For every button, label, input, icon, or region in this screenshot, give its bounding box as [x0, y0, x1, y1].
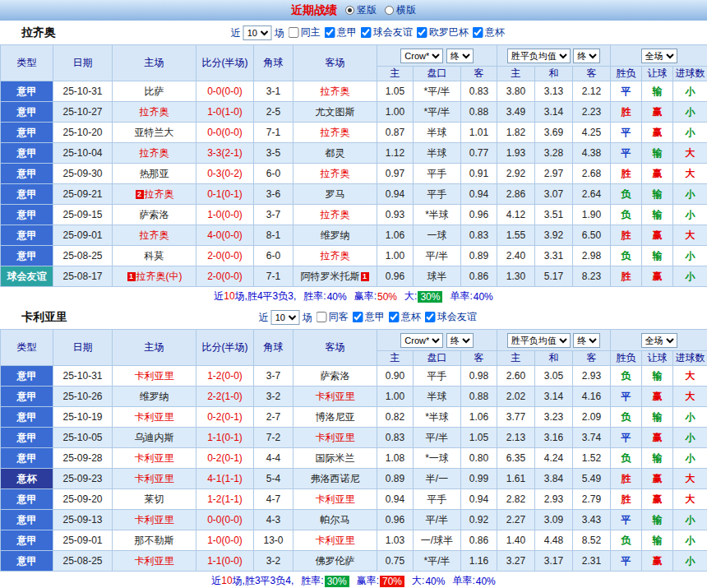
team-link[interactable]: 拉齐奥 — [140, 106, 169, 118]
team-link[interactable]: 卡利亚里 — [135, 555, 174, 567]
checkbox-input[interactable] — [473, 27, 483, 38]
recent-count-select[interactable]: 10 — [271, 310, 300, 325]
match-score: 4-0(0-0) — [196, 225, 254, 246]
filter-checkbox-同客[interactable]: 同客 — [317, 310, 349, 324]
team-link[interactable]: 拉齐奥 — [321, 209, 350, 220]
team-link[interactable]: 罗马 — [326, 188, 345, 200]
goals-result-cell: 大 — [673, 469, 707, 489]
subcol-mean-away: 客 — [573, 67, 611, 81]
team-link[interactable]: 热那亚 — [140, 168, 169, 179]
team-link[interactable]: 卡利亚里 — [135, 370, 174, 382]
team-link[interactable]: 卡利亚里 — [316, 535, 355, 546]
team-link[interactable]: 科莫 — [145, 250, 164, 262]
mean-final-select[interactable]: 终 — [573, 333, 600, 348]
filter-checkbox-意杯[interactable]: 意杯 — [473, 25, 505, 39]
team-link[interactable]: 维罗纳 — [140, 391, 169, 402]
away-team-cell: 阿特罗米托斯1 — [293, 266, 377, 287]
checkbox-input[interactable] — [417, 27, 427, 38]
filter-checkbox-球会友谊[interactable]: 球会友谊 — [425, 310, 477, 324]
odds-company-select[interactable]: Crow* — [400, 333, 443, 348]
team-link[interactable]: 阿特罗米托斯 — [301, 271, 360, 282]
filter-checkbox-意杯[interactable]: 意杯 — [389, 310, 421, 324]
team-link[interactable]: 卡利亚里 — [316, 391, 355, 402]
team-link[interactable]: 卡利亚里 — [316, 432, 355, 443]
checkbox-input[interactable] — [425, 312, 436, 322]
checkbox-label: 欧罗巴杯 — [429, 25, 469, 39]
team-link[interactable]: 卡利亚里 — [135, 514, 174, 525]
away-team-cell: 佛罗伦萨 — [293, 551, 377, 572]
recent-count-select[interactable]: 10 — [243, 25, 272, 40]
team-section-lazio: 拉齐奥 近 10 场 同主意甲球会友谊欧罗巴杯意杯 类型 日期 主场 比分(半场… — [0, 21, 707, 306]
match-type-cell: 意甲 — [1, 387, 53, 407]
team-link[interactable]: 莱切 — [145, 493, 164, 505]
mean-away-value: 2.12 — [573, 81, 611, 102]
team-link[interactable]: 尤文图斯 — [316, 106, 355, 118]
mean-odds-select[interactable]: 胜平负均值 — [507, 333, 571, 348]
filter-checkbox-球会友谊[interactable]: 球会友谊 — [361, 25, 413, 39]
team-link[interactable]: 萨索洛 — [321, 370, 350, 382]
match-date: 25-09-13 — [53, 510, 113, 530]
team-link[interactable]: 拉齐奥 — [321, 127, 350, 138]
checkbox-input[interactable] — [325, 27, 335, 38]
team-link[interactable]: 弗洛西诺尼 — [311, 473, 360, 484]
mean-odds-select[interactable]: 胜平负均值 — [507, 49, 571, 63]
odds-company-select[interactable]: Crow* — [400, 49, 443, 63]
team-link[interactable]: 卡利亚里 — [135, 411, 174, 423]
mean-draw-value: 3.13 — [535, 81, 573, 102]
match-row: 意甲25-10-20亚特兰大0-0(0-0)7-1拉齐奥0.87半球1.011.… — [1, 123, 707, 143]
layout-vertical-option[interactable]: 竖版 — [345, 3, 377, 17]
corner-score: 7-2 — [254, 428, 293, 448]
team-link[interactable]: 卡利亚里 — [135, 473, 174, 484]
team-link[interactable]: 那不勒斯 — [135, 535, 174, 546]
match-type-cell: 意甲 — [1, 205, 53, 225]
match-score: 2-0(0-0) — [196, 266, 254, 287]
match-type-cell: 意甲 — [1, 448, 53, 469]
team-name: 拉齐奥 — [21, 25, 56, 40]
team-link[interactable]: 比萨 — [145, 86, 164, 97]
mean-final-select[interactable]: 终 — [573, 49, 600, 63]
team-link[interactable]: 佛罗伦萨 — [316, 555, 355, 567]
team-link[interactable]: 拉齐奥 — [145, 188, 174, 200]
odds-final-select[interactable]: 终 — [446, 333, 474, 348]
col-header-corner: 角球 — [254, 330, 293, 366]
team-link[interactable]: 维罗纳 — [321, 229, 350, 241]
radio-selected-icon[interactable] — [345, 6, 354, 15]
team-link[interactable]: 拉齐奥 — [321, 250, 350, 262]
checkbox-input[interactable] — [361, 27, 372, 38]
filter-checkbox-欧罗巴杯[interactable]: 欧罗巴杯 — [417, 25, 469, 39]
checkbox-input[interactable] — [289, 27, 299, 38]
checkbox-input[interactable] — [353, 312, 363, 322]
fullmatch-select[interactable]: 全场 — [641, 49, 677, 63]
handicap-line: *平/半 — [414, 102, 461, 123]
team-link[interactable]: 卡利亚里 — [135, 452, 174, 464]
team-link[interactable]: 博洛尼亚 — [316, 411, 355, 423]
team-link[interactable]: 乌迪内斯 — [135, 432, 174, 443]
fullmatch-select[interactable]: 全场 — [641, 333, 677, 348]
team-link[interactable]: 拉齐奥 — [140, 229, 169, 241]
team-link[interactable]: 亚特兰大 — [135, 127, 174, 138]
team-link[interactable]: 萨索洛 — [140, 209, 169, 220]
checkbox-input[interactable] — [317, 312, 327, 322]
layout-horizontal-option[interactable]: 横版 — [385, 3, 416, 17]
summary-part: 胜率:30% — [301, 574, 349, 588]
team-link[interactable]: 帕尔马 — [321, 514, 350, 525]
rank-badge: 2 — [136, 190, 144, 199]
team-link[interactable]: 拉齐奥 — [321, 168, 350, 179]
team-link[interactable]: 拉齐奥 — [140, 147, 169, 159]
mean-draw-value: 3.51 — [535, 205, 573, 225]
filter-checkbox-意甲[interactable]: 意甲 — [353, 310, 385, 324]
handicap-result-cell: 输 — [642, 143, 673, 164]
team-link[interactable]: 拉齐奥 — [321, 86, 350, 97]
odds-final-select[interactable]: 终 — [446, 49, 474, 63]
mean-away-value: 1.90 — [573, 205, 611, 225]
corner-score: 5-4 — [254, 469, 293, 489]
radio-unselected-icon[interactable] — [385, 6, 394, 15]
team-link[interactable]: 都灵 — [326, 147, 345, 159]
filter-checkbox-意甲[interactable]: 意甲 — [325, 25, 357, 39]
team-link[interactable]: 国际米兰 — [316, 452, 355, 464]
checkbox-input[interactable] — [389, 312, 400, 322]
team-link[interactable]: 拉齐奥(中) — [136, 271, 183, 282]
away-team-cell: 拉齐奥 — [293, 246, 377, 266]
team-link[interactable]: 卡利亚里 — [316, 493, 355, 505]
filter-checkbox-同主[interactable]: 同主 — [289, 25, 321, 39]
